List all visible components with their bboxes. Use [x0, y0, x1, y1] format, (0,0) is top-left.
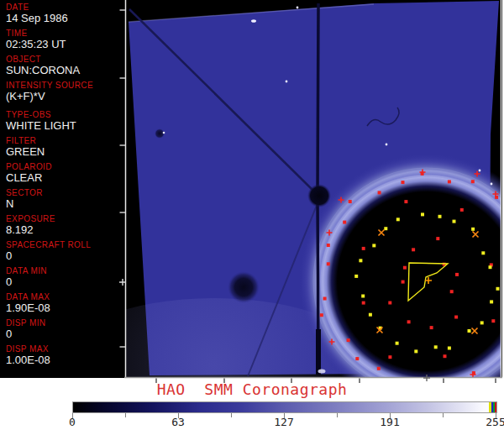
field-value: SUN:CORONA — [6, 65, 80, 76]
fiducial-dot-yellow-ring — [396, 342, 399, 345]
star-speck — [286, 81, 288, 83]
colorbar-tick-label: 191 — [380, 416, 399, 428]
field-value: (K+F)*V — [6, 91, 93, 102]
fiducial-dot-outer-red-ring — [378, 191, 381, 194]
colorbar-minor-tick — [125, 413, 126, 417]
fiducial-dot-outer-red-ring — [402, 181, 405, 184]
fiducial-dot-inner-red-ring — [454, 316, 458, 319]
fiducial-dot-mid-red-ring — [362, 247, 365, 250]
star-speck — [386, 144, 388, 146]
fiducial-dot-inner-red-ring — [407, 320, 411, 323]
fiducial-dot-yellow-ring — [421, 212, 424, 216]
colorbar-tick-label: 255 — [486, 416, 504, 428]
fiducial-dot-outer-red-ring — [355, 357, 359, 360]
image-title: HAO SMM Coronagraph — [0, 381, 504, 398]
fiducial-dot-inner-red-ring — [412, 248, 415, 251]
fiducial-dot-yellow-ring — [471, 228, 475, 231]
fiducial-dot-outer-red-ring — [320, 313, 323, 317]
field-label: DATE — [6, 3, 68, 12]
fiducial-dot-yellow-ring — [396, 218, 400, 221]
metadata-field-intensity-source: INTENSITY SOURCE(K+F)*V — [6, 81, 93, 102]
field-value: 0 — [6, 276, 47, 288]
intensity-colorbar — [72, 401, 497, 413]
fiducial-dot-yellow-ring — [434, 345, 438, 349]
field-value: CLEAR — [6, 172, 52, 184]
field-value: GREEN — [6, 146, 45, 158]
fiducial-dot-yellow-ring — [480, 321, 484, 324]
colorbar-tick-label: 0 — [69, 416, 76, 428]
fiducial-dot-mid-red-ring — [404, 200, 407, 203]
star-speck — [479, 170, 481, 172]
fiducial-dot-outer-red-ring — [343, 221, 346, 224]
metadata-field-disp-min: DISP MIN0 — [6, 319, 45, 340]
metadata-field-polaroid: POLAROIDCLEAR — [6, 163, 52, 184]
field-value: 1.90E-08 — [6, 302, 50, 314]
fiducial-dot-inner-red-ring — [436, 237, 439, 240]
metadata-sidebar: DATE14 Sep 1986TIME02:35:23 UTOBJECTSUN:… — [6, 0, 123, 378]
fiducial-dot-yellow-ring — [448, 347, 451, 350]
star-speck — [297, 7, 299, 9]
fiducial-dot-outer-red-ring — [323, 297, 327, 301]
field-label: EXPOSURE — [6, 215, 55, 223]
field-value: 0 — [6, 328, 45, 340]
fiducial-dot-outer-red-ring — [448, 180, 451, 183]
metadata-field-disp-max: DISP MAX1.00E-08 — [6, 345, 50, 366]
field-label: TYPE-OBS — [6, 111, 76, 119]
field-value: 8.192 — [6, 224, 55, 236]
fiducial-dot-outer-red-ring — [327, 244, 330, 247]
fiducial-dot-outer-red-ring — [377, 367, 381, 370]
metadata-field-date: DATE14 Sep 1986 — [6, 3, 68, 24]
metadata-field-exposure: EXPOSURE8.192 — [6, 215, 55, 236]
colorbar-tick-label: 127 — [274, 416, 293, 428]
colorbar-minor-tick — [231, 413, 232, 417]
field-label: DATA MAX — [6, 293, 50, 302]
occulter-ball — [307, 184, 331, 207]
fiducial-dot-inner-red-ring — [450, 290, 454, 293]
fiducial-dot-yellow-ring — [490, 300, 493, 303]
field-label: DATA MIN — [6, 267, 47, 275]
metadata-field-object: OBJECTSUN:CORONA — [6, 55, 80, 76]
field-value: 14 Sep 1986 — [6, 13, 68, 24]
field-label: DISP MAX — [6, 345, 50, 354]
field-value: 0 — [6, 250, 91, 262]
metadata-field-type-obs: TYPE-OBSWHITE LIGHT — [6, 111, 76, 132]
fiducial-dot-yellow-ring — [453, 220, 456, 223]
fiducial-dot-yellow-ring — [496, 287, 500, 291]
field-label: SECTOR — [6, 189, 43, 197]
fiducial-dot-yellow-ring — [489, 265, 492, 269]
fiducial-dot-yellow-ring — [384, 227, 387, 230]
colorbar-tick-label: 63 — [171, 416, 185, 428]
fiducial-dot-outer-red-ring — [349, 200, 352, 203]
fiducial-dot-mid-red-ring — [491, 319, 495, 322]
metadata-field-data-min: DATA MIN0 — [6, 267, 47, 288]
fiducial-dot-yellow-ring — [481, 251, 485, 254]
fiducial-dot-outer-red-ring — [327, 262, 330, 265]
field-label: TIME — [6, 29, 66, 38]
fiducial-dot-yellow-ring — [369, 313, 372, 317]
field-label: OBJECT — [6, 55, 80, 64]
fiducial-dot-inner-red-ring — [455, 273, 459, 276]
field-value: WHITE LIGHT — [6, 120, 76, 132]
field-value: 02:35:23 UT — [6, 39, 66, 50]
fiducial-dot-yellow-ring — [414, 349, 417, 353]
fiducial-dot-yellow-ring — [354, 275, 358, 278]
fiducial-dot-yellow-ring — [361, 295, 365, 298]
dust-spot-large — [228, 271, 260, 303]
field-label: SPACECRAFT ROLL — [6, 241, 91, 249]
fiducial-dot-mid-red-ring — [362, 302, 365, 305]
fiducial-dot-mid-red-ring — [444, 354, 447, 358]
fiducial-dot-mid-red-ring — [460, 208, 464, 212]
fiducial-dot-inner-red-ring — [403, 266, 407, 270]
fiducial-dot-yellow-ring — [468, 329, 471, 333]
metadata-field-spacecraft-roll: SPACECRAFT ROLL0 — [6, 241, 91, 262]
fiducial-dot-yellow-ring — [438, 215, 442, 218]
star-speck — [491, 183, 493, 186]
fiducial-dot-mid-red-ring — [388, 355, 391, 359]
star-speck — [251, 19, 256, 23]
pylon-base-glint — [318, 370, 326, 374]
fiducial-dot-outer-red-ring — [347, 338, 350, 342]
metadata-field-data-max: DATA MAX1.90E-08 — [6, 293, 50, 314]
fiducial-dot-yellow-ring — [359, 259, 362, 262]
fiducial-dot-outer-red-ring — [471, 180, 475, 183]
field-value: N — [6, 198, 43, 210]
